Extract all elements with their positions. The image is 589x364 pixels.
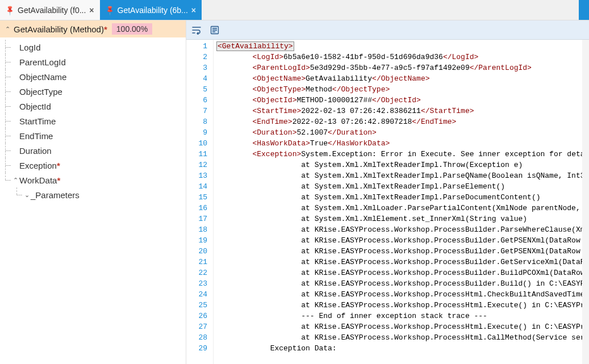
tree-node-objectname[interactable]: ObjectName — [0, 69, 186, 84]
tree-root[interactable]: ⌃ GetAvailability (Method)* 100.00% — [0, 20, 186, 37]
code-line: <ParentLogId>5e3d929d-35bb-4e77-a9c5-f97… — [217, 62, 582, 73]
tab-label: GetAvailability (f0... — [18, 6, 86, 15]
line-number: 4 — [186, 73, 207, 84]
tree-node-label: Exception* — [19, 161, 60, 170]
outline-sidebar: ⌃ GetAvailability (Method)* 100.00% LogI… — [0, 20, 186, 364]
coverage-badge: 100.00% — [112, 23, 152, 35]
line-number: 2 — [186, 52, 207, 62]
line-number: 8 — [186, 116, 207, 127]
code-line: at KRise.EASYProcess.Workshop.ProcessHtm… — [217, 321, 582, 332]
tree-node-label: ObjectType — [19, 87, 62, 97]
line-number: 12 — [186, 160, 207, 170]
tree-node-label: ParentLogId — [19, 57, 66, 67]
caret-none — [11, 103, 19, 110]
code-line: --- End of inner exception stack trace -… — [217, 311, 582, 321]
tab-bar: 📌 GetAvailability (f0... × 📌 GetAvailabi… — [0, 0, 589, 20]
tree-root-label: GetAvailability (Method)* — [14, 24, 107, 34]
line-number: 23 — [186, 278, 207, 289]
tree-node-label: LogId — [19, 43, 41, 52]
tree-node-label: Duration — [19, 146, 52, 156]
tree-node-logid[interactable]: LogId — [0, 40, 186, 55]
caret-closed-icon[interactable]: ⌄ — [23, 191, 31, 199]
code-line: <GetAvailability> — [217, 41, 582, 52]
code-line: at KRise.EASYProcess.Workshop.ProcessBui… — [217, 246, 582, 257]
tab-spacer — [202, 0, 579, 20]
code-content[interactable]: <GetAvailability> <LogId>6b5a6e10-1582-4… — [214, 40, 582, 364]
tab-getavailability-6b[interactable]: 📌 GetAvailability (6b... × — [100, 0, 202, 20]
caret-none — [11, 44, 19, 51]
code-line: at KRise.EASYProcess.Workshop.ProcessHtm… — [217, 332, 582, 343]
code-line: at KRise.EASYProcess.Workshop.ProcessBui… — [217, 224, 582, 235]
line-number: 7 — [186, 106, 207, 116]
tree-node-duration[interactable]: Duration — [0, 143, 186, 158]
code-line: <StartTime>2022-02-13 07:26:42.8386211</… — [217, 106, 582, 116]
tree-node-label: StartTime — [19, 116, 56, 126]
caret-none — [11, 162, 19, 169]
caret-none — [11, 147, 19, 154]
tree-node-_parameters[interactable]: ⌄_Parameters — [0, 187, 186, 202]
line-number: 16 — [186, 203, 207, 214]
tree-node-label: _Parameters — [31, 190, 80, 200]
pin-icon: 📌 — [4, 4, 16, 16]
tree-node-starttime[interactable]: StartTime — [0, 114, 186, 128]
tree-node-workdata[interactable]: ⌃WorkData* — [0, 173, 186, 187]
tree-node-label: EndTime — [19, 131, 53, 141]
code-line: at System.Xml.XmlTextReaderImpl.Throw(Ex… — [217, 160, 582, 170]
line-number: 17 — [186, 214, 207, 224]
code-line: at KRise.EASYProcess.Workshop.ProcessBui… — [217, 235, 582, 246]
tab-accent — [579, 0, 589, 20]
line-number: 1 — [186, 41, 207, 52]
close-icon[interactable]: × — [89, 6, 94, 15]
line-number: 25 — [186, 300, 207, 311]
code-line: <HasWorkData>True</HasWorkData> — [217, 138, 582, 149]
pin-icon: 📌 — [104, 4, 116, 16]
line-number: 21 — [186, 257, 207, 267]
tree-node-label: WorkData* — [19, 175, 60, 185]
caret-none — [11, 58, 19, 65]
code-line: <EndTime>2022-02-13 07:26:42.8907218</En… — [217, 116, 582, 127]
caret-open-icon[interactable]: ⌃ — [11, 177, 19, 184]
overview-ruler[interactable] — [582, 40, 589, 364]
line-number: 5 — [186, 84, 207, 95]
line-number: 15 — [186, 192, 207, 203]
tree-node-exception[interactable]: Exception* — [0, 158, 186, 173]
wrap-icon[interactable] — [192, 26, 202, 35]
code-line: <ObjectName>GetAvailability</ObjectName> — [217, 73, 582, 84]
caret-open-icon[interactable]: ⌃ — [3, 26, 11, 33]
caret-none — [11, 132, 19, 139]
tree-body: LogId ParentLogId ObjectName ObjectType … — [0, 37, 186, 364]
caret-none — [11, 118, 19, 124]
line-number: 18 — [186, 224, 207, 235]
line-number: 13 — [186, 170, 207, 181]
line-number: 11 — [186, 149, 207, 160]
code-line: at KRise.EASYProcess.Workshop.ProcessBui… — [217, 257, 582, 267]
code-line: <ObjectId>METHOD-10000127##</ObjectId> — [217, 95, 582, 106]
line-number: 19 — [186, 235, 207, 246]
tree-node-objectid[interactable]: ObjectId — [0, 99, 186, 114]
code-line: <LogId>6b5a6e10-1582-41bf-950d-51d696da9… — [217, 52, 582, 62]
code-line: <ObjectType>Method</ObjectType> — [217, 84, 582, 95]
editor-toolbar — [186, 20, 589, 40]
code-line: at System.Xml.XmlTextReaderImpl.ParseQNa… — [217, 170, 582, 181]
line-number: 28 — [186, 332, 207, 343]
close-icon[interactable]: × — [191, 6, 196, 15]
line-number: 29 — [186, 343, 207, 354]
line-number: 14 — [186, 181, 207, 192]
caret-none — [11, 73, 19, 80]
code-line: at System.Xml.XmlTextReaderImpl.ParseEle… — [217, 181, 582, 192]
line-number: 6 — [186, 95, 207, 106]
line-gutter: 1234567891011121314151617181920212223242… — [186, 40, 214, 364]
line-number: 10 — [186, 138, 207, 149]
tree-node-parentlogid[interactable]: ParentLogId — [0, 55, 186, 69]
tree-node-label: ObjectName — [19, 72, 66, 82]
code-line: at KRise.EASYProcess.Workshop.ProcessBui… — [217, 278, 582, 289]
tab-getavailability-f0[interactable]: 📌 GetAvailability (f0... × — [0, 0, 100, 20]
code-line: at KRise.EASYProcess.Workshop.ProcessHtm… — [217, 300, 582, 311]
select-all-icon[interactable] — [210, 26, 219, 35]
editor-body: 1234567891011121314151617181920212223242… — [186, 40, 589, 364]
code-line: at KRise.EASYProcess.Workshop.ProcessBui… — [217, 267, 582, 278]
code-line: Exception Data: — [217, 343, 582, 354]
line-number: 9 — [186, 127, 207, 138]
tree-node-objecttype[interactable]: ObjectType — [0, 84, 186, 99]
tree-node-endtime[interactable]: EndTime — [0, 128, 186, 143]
